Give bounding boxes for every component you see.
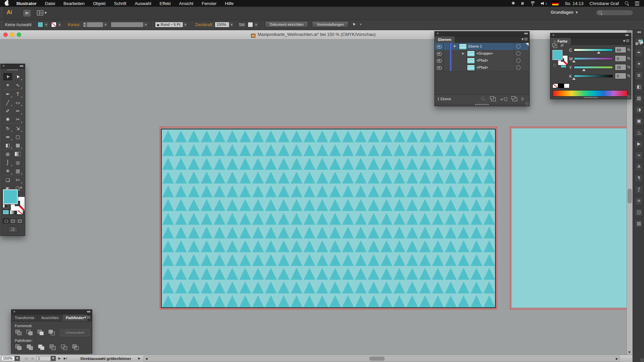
panel-menu-icon[interactable]: ▼ [84, 316, 90, 319]
dropbox-icon[interactable]: ❖ [511, 0, 515, 7]
close-icon[interactable]: ✕ [2, 64, 5, 68]
fill-color-well[interactable] [3, 189, 18, 204]
blob-brush-tool[interactable]: ✺ [3, 115, 13, 123]
preferences-button[interactable]: Voreinstellungen [312, 21, 348, 28]
draw-inside-button[interactable] [16, 218, 23, 224]
crop-button[interactable] [49, 344, 56, 350]
cyan-value-field[interactable]: 64 [615, 47, 626, 53]
opacity-field[interactable]: 100% [215, 22, 229, 27]
artboard-1[interactable] [161, 129, 496, 308]
disclosure-right-icon[interactable]: ▶ [462, 52, 464, 55]
minus-front-button[interactable] [26, 329, 33, 335]
opacity-label[interactable]: Deckkraft: [195, 22, 213, 27]
menubar-user[interactable]: Christiane Graf [590, 1, 619, 6]
layer-name[interactable]: <Pfad> [476, 58, 488, 62]
tab-ausrichten[interactable]: Ausrichten [38, 314, 62, 321]
panel-menu-icon[interactable]: ▼ [623, 40, 629, 43]
lock-cell[interactable] [443, 43, 450, 50]
artboard-tool[interactable]: ❏ [3, 176, 13, 184]
brushes-panel-icon[interactable]: ✒ [635, 49, 643, 57]
close-icon[interactable]: ✕ [13, 310, 16, 313]
make-clipping-mask-icon[interactable] [491, 97, 496, 101]
paintbrush-tool[interactable]: ✐ [3, 107, 13, 115]
draw-behind-button[interactable] [9, 218, 16, 224]
fill-color-well[interactable] [552, 50, 562, 60]
menu-illustrator[interactable]: Illustrator [16, 1, 37, 6]
resize-grip[interactable] [526, 102, 529, 106]
horizontal-scrollbar[interactable]: ◀ ▶ [144, 356, 620, 362]
status-menu-icon[interactable]: ▶ [138, 357, 141, 360]
scroll-left-icon[interactable]: ◀ [145, 357, 148, 360]
expand-dock-icon[interactable]: ◀◀ [633, 30, 644, 35]
collapse-icon[interactable]: ◀◀ [524, 32, 527, 35]
pathfinder-panel-titlebar[interactable]: ✕ ◀◀ [11, 310, 92, 314]
german-keyboard-flag-icon[interactable] [552, 1, 559, 6]
next-artboard-icon[interactable]: ▶ [58, 357, 61, 360]
shape-builder-tool[interactable]: ◧ [3, 141, 13, 149]
stroke-panel-icon[interactable]: ≣ [635, 71, 643, 80]
black-slider-thumb[interactable] [572, 77, 576, 80]
menu-objekt[interactable]: Objekt [93, 1, 106, 6]
zoom-level-field[interactable]: 150% [1, 356, 15, 361]
pencil-tool[interactable]: ✏ [13, 107, 23, 115]
layer-row[interactable]: ▶ <Gruppe> [435, 50, 529, 57]
perspective-grid-tool[interactable]: ▦ [13, 141, 23, 149]
artboard-2-fill[interactable] [512, 129, 627, 307]
merge-button[interactable] [38, 344, 45, 350]
yellow-slider-thumb[interactable] [582, 69, 586, 71]
menu-ansicht[interactable]: Ansicht [179, 1, 194, 6]
magenta-value-field[interactable]: 0 [615, 55, 626, 62]
symbol-sprayer-tool[interactable]: ✵ [3, 167, 13, 175]
rotate-tool[interactable]: ↻ [3, 124, 13, 132]
black-value-field[interactable]: 0 [615, 73, 626, 79]
selection-tool[interactable]: ➤ [3, 72, 13, 81]
new-sublayer-icon[interactable]: ⬐▢ [500, 97, 507, 101]
magic-wand-tool[interactable]: ✶ [3, 81, 13, 89]
rectangle-tool[interactable]: ▭ [13, 98, 23, 107]
blend-tool[interactable]: ◎ [13, 158, 23, 167]
expand-button[interactable]: Umwandeln [60, 329, 90, 336]
intersect-button[interactable] [37, 329, 44, 335]
app-search-input[interactable] [596, 10, 633, 16]
layer-thumbnail[interactable] [459, 44, 467, 50]
layer-row[interactable]: <Pfad> [435, 57, 529, 64]
bluetooth-icon[interactable]: B [521, 1, 524, 5]
volume-icon[interactable] [541, 1, 546, 5]
menu-bearbeiten[interactable]: Bearbeiten [63, 1, 85, 6]
first-artboard-icon[interactable]: |◀ [24, 357, 28, 360]
menu-datei[interactable]: Datei [45, 1, 55, 6]
none-swatch[interactable] [552, 83, 558, 88]
collapse-icon[interactable]: ▶▶ [626, 34, 629, 37]
draw-normal-button[interactable] [3, 218, 9, 224]
spotlight-search-icon[interactable] [625, 1, 629, 5]
target-circle-icon[interactable] [516, 44, 521, 49]
fill-color-swatch[interactable] [38, 22, 43, 27]
notification-center-icon[interactable] [635, 2, 639, 5]
locate-object-icon[interactable] [481, 97, 485, 101]
black-swatch[interactable] [558, 83, 564, 88]
layer-row[interactable]: ▼ Ebene 1 [435, 43, 529, 50]
tools-panel-drag-dots[interactable]: ■■■■■■■ [1, 69, 25, 72]
target-circle-icon[interactable] [516, 51, 521, 56]
pen-tool[interactable]: ✒ [3, 90, 13, 98]
panel-drag-dots[interactable]: ■■■■■■■■ [435, 103, 529, 106]
tab-ebenen[interactable]: Ebenen [435, 36, 455, 43]
unite-button[interactable] [15, 329, 22, 335]
width-profile-field[interactable] [111, 22, 144, 27]
menubar-clock[interactable]: So. 14:13 [565, 1, 584, 6]
stroke-weight-field[interactable] [87, 22, 103, 27]
vertical-scrollbar-thumb[interactable] [628, 189, 632, 203]
status-display[interactable]: Direktauswahl größer/kleiner [80, 357, 131, 361]
scroll-right-icon[interactable]: ▶ [616, 357, 618, 360]
stroke-color-swatch[interactable] [51, 22, 57, 27]
resize-grip[interactable] [627, 95, 631, 99]
scale-tool[interactable]: ⇲ [13, 124, 23, 132]
target-circle-icon[interactable] [516, 58, 521, 63]
width-tool[interactable]: ⇹ [3, 132, 13, 141]
layers-panel-titlebar[interactable]: ✕ ◀◀ [435, 32, 529, 36]
stroke-color-dropdown[interactable]: ▼ [57, 22, 62, 27]
zoom-level-dropdown[interactable]: ▼ [15, 356, 20, 361]
free-transform-tool[interactable]: ▢ [13, 132, 23, 141]
screen-mode-button[interactable]: ❏ [8, 226, 17, 233]
selection-options-dropdown[interactable]: ▼ [358, 22, 363, 27]
